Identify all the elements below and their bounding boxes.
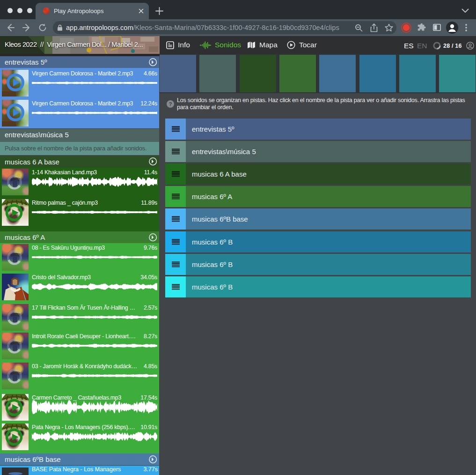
svg-text:?: ?	[168, 101, 172, 107]
